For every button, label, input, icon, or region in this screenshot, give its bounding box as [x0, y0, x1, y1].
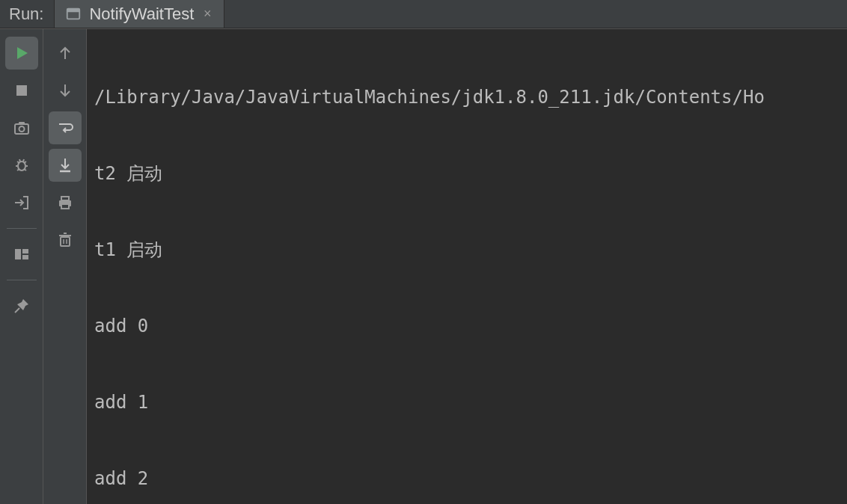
svg-line-15	[23, 159, 24, 162]
svg-rect-27	[61, 204, 69, 209]
console-output[interactable]: /Library/Java/JavaVirtualMachines/jdk1.8…	[87, 29, 847, 504]
svg-line-14	[19, 159, 20, 162]
svg-point-5	[19, 126, 24, 132]
scroll-to-end-button[interactable]	[49, 149, 82, 182]
scroll-up-button[interactable]	[49, 37, 82, 70]
play-icon	[13, 44, 31, 62]
svg-rect-28	[61, 237, 70, 246]
tab-label: NotifyWaitTest	[89, 4, 194, 24]
header: Run: NotifyWaitTest ×	[0, 0, 847, 28]
exit-button[interactable]	[5, 186, 38, 219]
run-tab[interactable]: NotifyWaitTest ×	[54, 0, 224, 28]
console-line: t2 启动	[94, 161, 847, 186]
svg-rect-6	[19, 122, 25, 125]
console-line: add 2	[94, 466, 847, 491]
svg-marker-2	[17, 47, 28, 59]
layout-button[interactable]	[5, 238, 38, 271]
scroll-down-button[interactable]	[49, 74, 82, 107]
exit-icon	[13, 194, 31, 212]
run-label: Run:	[0, 0, 54, 28]
stop-icon	[13, 82, 31, 99]
application-icon	[65, 6, 82, 22]
arrow-down-icon	[56, 82, 74, 99]
camera-icon	[13, 119, 31, 137]
console-line: add 1	[94, 390, 847, 415]
svg-rect-1	[67, 8, 80, 12]
console-line: t1 启动	[94, 237, 847, 262]
svg-rect-4	[15, 124, 28, 134]
svg-rect-19	[22, 255, 28, 259]
run-tool-window: Run: NotifyWaitTest ×	[0, 0, 847, 504]
separator	[7, 280, 37, 280]
close-icon[interactable]: ×	[201, 8, 213, 20]
console-line: add 0	[94, 313, 847, 339]
print-button[interactable]	[49, 186, 82, 219]
pin-button[interactable]	[5, 289, 38, 322]
soft-wrap-icon	[56, 119, 74, 137]
svg-rect-17	[15, 249, 21, 259]
clear-button[interactable]	[49, 224, 82, 256]
layout-icon	[13, 245, 31, 263]
soft-wrap-button[interactable]	[49, 111, 82, 144]
svg-rect-18	[22, 249, 28, 253]
stop-button[interactable]	[5, 74, 38, 107]
rerun-button[interactable]	[5, 37, 38, 70]
body: /Library/Java/JavaVirtualMachines/jdk1.8…	[0, 28, 847, 504]
svg-rect-3	[16, 85, 27, 96]
svg-rect-26	[61, 197, 69, 200]
console-line: /Library/Java/JavaVirtualMachines/jdk1.8…	[94, 84, 847, 110]
trash-icon	[56, 231, 74, 249]
print-icon	[56, 194, 74, 212]
separator	[7, 228, 37, 229]
debug-button[interactable]	[5, 149, 38, 182]
scroll-to-end-icon	[56, 156, 74, 174]
bug-icon	[13, 156, 31, 174]
svg-line-20	[15, 308, 19, 313]
pin-icon	[13, 297, 31, 315]
toolbar-column-2	[43, 29, 87, 504]
dump-threads-button[interactable]	[5, 111, 38, 144]
arrow-up-icon	[56, 44, 74, 62]
toolbar-column-1	[0, 29, 43, 504]
